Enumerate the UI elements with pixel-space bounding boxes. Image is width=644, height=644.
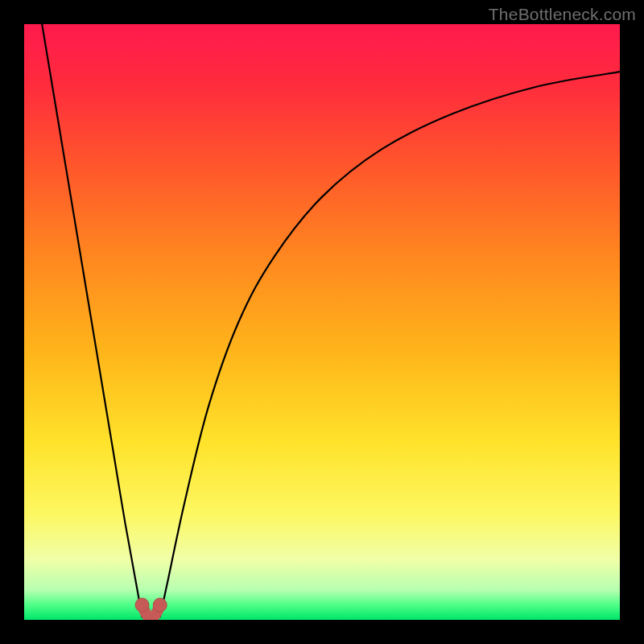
- curve-left-branch: [42, 24, 142, 617]
- marker-left: [135, 598, 149, 612]
- curve-layer: [24, 24, 620, 620]
- curve-right-branch: [160, 72, 620, 617]
- watermark-text: TheBottleneck.com: [489, 5, 636, 24]
- chart-frame: TheBottleneck.com: [0, 0, 644, 644]
- plot-area: [24, 24, 620, 620]
- marker-right: [153, 598, 167, 612]
